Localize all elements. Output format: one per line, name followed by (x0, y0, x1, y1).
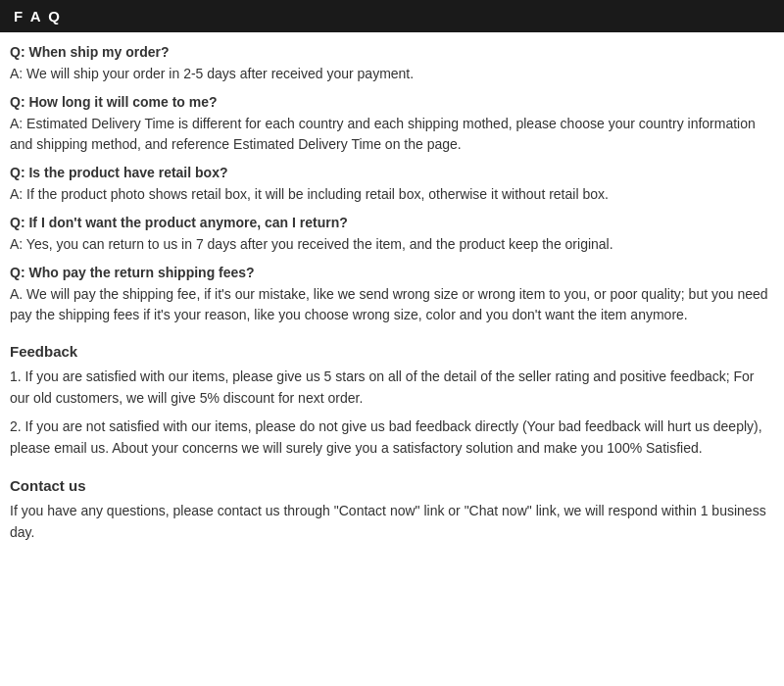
answer-3: A: If the product photo shows retail box… (10, 184, 774, 205)
answer-4: A: Yes, you can return to us in 7 days a… (10, 234, 774, 255)
answer-1: A: We will ship your order in 2-5 days a… (10, 64, 774, 84)
qa-item-3: Q: Is the product have retail box? A: If… (10, 165, 774, 205)
contact-title: Contact us (10, 477, 774, 494)
answer-2: A: Estimated Delivery Time is different … (10, 114, 774, 155)
question-3: Q: Is the product have retail box? (10, 165, 774, 180)
feedback-section: Feedback 1. If you are satisfied with ou… (10, 343, 774, 460)
question-5: Q: Who pay the return shipping fees? (10, 265, 774, 280)
question-4: Q: If I don't want the product anymore, … (10, 215, 774, 230)
faq-header: F A Q (0, 0, 784, 32)
feedback-item-2: 2. If you are not satisfied with our ite… (10, 416, 774, 460)
qa-item-4: Q: If I don't want the product anymore, … (10, 215, 774, 255)
feedback-title: Feedback (10, 343, 774, 360)
question-2: Q: How long it will come to me? (10, 94, 774, 110)
contact-text: If you have any questions, please contac… (10, 500, 774, 544)
answer-5: A. We will pay the shipping fee, if it's… (10, 284, 774, 325)
faq-section: Q: When ship my order? A: We will ship y… (10, 44, 774, 325)
feedback-item-1: 1. If you are satisfied with our items, … (10, 366, 774, 410)
qa-item-1: Q: When ship my order? A: We will ship y… (10, 44, 774, 84)
qa-item-5: Q: Who pay the return shipping fees? A. … (10, 265, 774, 325)
qa-item-2: Q: How long it will come to me? A: Estim… (10, 94, 774, 155)
question-1: Q: When ship my order? (10, 44, 774, 60)
contact-section: Contact us If you have any questions, pl… (10, 477, 774, 544)
main-content: Q: When ship my order? A: We will ship y… (0, 44, 784, 543)
